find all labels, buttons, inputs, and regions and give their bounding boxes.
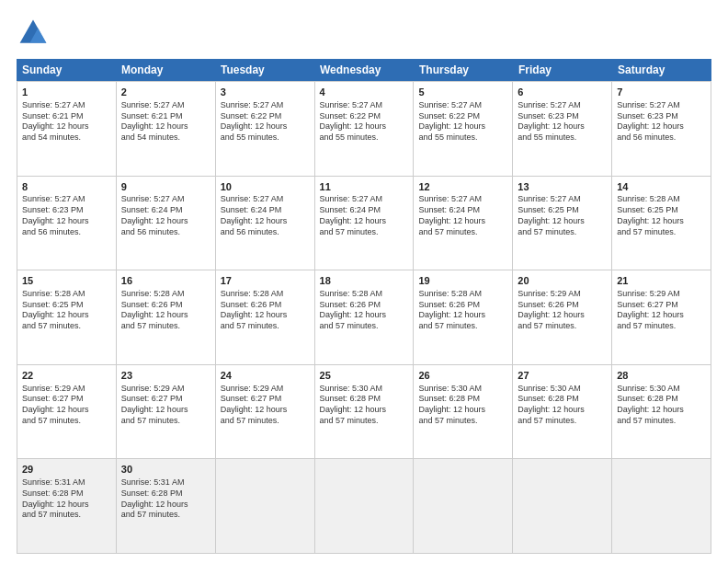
day-info: Sunrise: 5:27 AM Sunset: 6:23 PM Dayligh… xyxy=(22,194,111,237)
day-number: 2 xyxy=(121,86,210,99)
calendar-week-4: 22Sunrise: 5:29 AM Sunset: 6:27 PM Dayli… xyxy=(17,365,711,460)
day-number: 7 xyxy=(617,86,706,99)
weekday-header-thursday: Thursday xyxy=(414,59,513,81)
day-info: Sunrise: 5:27 AM Sunset: 6:22 PM Dayligh… xyxy=(418,100,507,144)
calendar-cell-14: 14Sunrise: 5:28 AM Sunset: 6:25 PM Dayli… xyxy=(612,177,711,270)
weekday-header-saturday: Saturday xyxy=(612,59,711,81)
day-number: 1 xyxy=(22,86,111,99)
day-number: 6 xyxy=(518,86,607,99)
day-number: 15 xyxy=(22,274,111,288)
day-info: Sunrise: 5:29 AM Sunset: 6:27 PM Dayligh… xyxy=(221,384,310,427)
calendar-cell-18: 18Sunrise: 5:28 AM Sunset: 6:26 PM Dayli… xyxy=(315,270,415,364)
day-number: 29 xyxy=(22,463,111,477)
day-info: Sunrise: 5:28 AM Sunset: 6:25 PM Dayligh… xyxy=(22,289,111,332)
day-info: Sunrise: 5:27 AM Sunset: 6:24 PM Dayligh… xyxy=(121,194,210,237)
day-info: Sunrise: 5:27 AM Sunset: 6:21 PM Dayligh… xyxy=(22,100,111,144)
weekday-header-monday: Monday xyxy=(116,59,215,81)
day-number: 4 xyxy=(320,86,409,99)
calendar-cell-empty xyxy=(414,459,513,553)
day-number: 19 xyxy=(418,274,507,288)
day-number: 18 xyxy=(320,274,409,288)
day-info: Sunrise: 5:27 AM Sunset: 6:23 PM Dayligh… xyxy=(617,100,706,144)
day-info: Sunrise: 5:29 AM Sunset: 6:27 PM Dayligh… xyxy=(22,384,111,427)
day-number: 17 xyxy=(221,274,310,288)
day-number: 13 xyxy=(518,180,607,194)
calendar: SundayMondayTuesdayWednesdayThursdayFrid… xyxy=(17,59,711,554)
day-info: Sunrise: 5:28 AM Sunset: 6:26 PM Dayligh… xyxy=(320,289,409,332)
calendar-week-3: 15Sunrise: 5:28 AM Sunset: 6:25 PM Dayli… xyxy=(17,270,711,365)
calendar-cell-23: 23Sunrise: 5:29 AM Sunset: 6:27 PM Dayli… xyxy=(117,365,216,459)
calendar-cell-17: 17Sunrise: 5:28 AM Sunset: 6:26 PM Dayli… xyxy=(216,270,315,364)
day-info: Sunrise: 5:27 AM Sunset: 6:24 PM Dayligh… xyxy=(221,194,310,237)
day-number: 14 xyxy=(617,180,706,194)
day-number: 9 xyxy=(121,180,210,194)
calendar-cell-3: 3Sunrise: 5:27 AM Sunset: 6:22 PM Daylig… xyxy=(216,82,315,176)
weekday-header-tuesday: Tuesday xyxy=(215,59,314,81)
calendar-cell-empty xyxy=(315,459,415,553)
calendar-cell-28: 28Sunrise: 5:30 AM Sunset: 6:28 PM Dayli… xyxy=(612,365,711,459)
day-number: 10 xyxy=(221,180,310,194)
weekday-header-friday: Friday xyxy=(513,59,612,81)
day-number: 30 xyxy=(121,463,210,477)
weekday-header-sunday: Sunday xyxy=(17,59,116,81)
calendar-cell-13: 13Sunrise: 5:27 AM Sunset: 6:25 PM Dayli… xyxy=(513,177,612,270)
calendar-cell-1: 1Sunrise: 5:27 AM Sunset: 6:21 PM Daylig… xyxy=(17,82,117,176)
calendar-cell-empty xyxy=(612,459,711,553)
day-number: 24 xyxy=(221,369,310,383)
calendar-cell-10: 10Sunrise: 5:27 AM Sunset: 6:24 PM Dayli… xyxy=(216,177,315,270)
calendar-cell-26: 26Sunrise: 5:30 AM Sunset: 6:28 PM Dayli… xyxy=(414,365,513,459)
calendar-cell-22: 22Sunrise: 5:29 AM Sunset: 6:27 PM Dayli… xyxy=(17,365,117,459)
calendar-cell-9: 9Sunrise: 5:27 AM Sunset: 6:24 PM Daylig… xyxy=(117,177,216,270)
day-info: Sunrise: 5:31 AM Sunset: 6:28 PM Dayligh… xyxy=(121,477,210,521)
day-number: 27 xyxy=(518,369,607,383)
calendar-cell-7: 7Sunrise: 5:27 AM Sunset: 6:23 PM Daylig… xyxy=(612,82,711,176)
day-info: Sunrise: 5:31 AM Sunset: 6:28 PM Dayligh… xyxy=(22,477,111,521)
calendar-cell-empty xyxy=(513,459,612,553)
day-info: Sunrise: 5:29 AM Sunset: 6:27 PM Dayligh… xyxy=(121,384,210,427)
header xyxy=(17,17,711,50)
logo-icon xyxy=(17,17,50,50)
day-info: Sunrise: 5:29 AM Sunset: 6:26 PM Dayligh… xyxy=(518,289,607,332)
calendar-cell-27: 27Sunrise: 5:30 AM Sunset: 6:28 PM Dayli… xyxy=(513,365,612,459)
day-info: Sunrise: 5:27 AM Sunset: 6:24 PM Dayligh… xyxy=(320,194,409,237)
logo xyxy=(17,17,53,50)
calendar-cell-2: 2Sunrise: 5:27 AM Sunset: 6:21 PM Daylig… xyxy=(117,82,216,176)
calendar-cell-21: 21Sunrise: 5:29 AM Sunset: 6:27 PM Dayli… xyxy=(612,270,711,364)
day-number: 25 xyxy=(320,369,409,383)
day-number: 16 xyxy=(121,274,210,288)
calendar-week-5: 29Sunrise: 5:31 AM Sunset: 6:28 PM Dayli… xyxy=(17,459,711,554)
calendar-cell-6: 6Sunrise: 5:27 AM Sunset: 6:23 PM Daylig… xyxy=(513,82,612,176)
day-info: Sunrise: 5:27 AM Sunset: 6:25 PM Dayligh… xyxy=(518,194,607,237)
calendar-cell-19: 19Sunrise: 5:28 AM Sunset: 6:26 PM Dayli… xyxy=(414,270,513,364)
day-info: Sunrise: 5:30 AM Sunset: 6:28 PM Dayligh… xyxy=(320,384,409,427)
day-number: 21 xyxy=(617,274,706,288)
calendar-cell-20: 20Sunrise: 5:29 AM Sunset: 6:26 PM Dayli… xyxy=(513,270,612,364)
day-info: Sunrise: 5:30 AM Sunset: 6:28 PM Dayligh… xyxy=(518,384,607,427)
calendar-body: 1Sunrise: 5:27 AM Sunset: 6:21 PM Daylig… xyxy=(17,81,711,554)
calendar-cell-30: 30Sunrise: 5:31 AM Sunset: 6:28 PM Dayli… xyxy=(117,459,216,553)
calendar-cell-12: 12Sunrise: 5:27 AM Sunset: 6:24 PM Dayli… xyxy=(414,177,513,270)
calendar-cell-29: 29Sunrise: 5:31 AM Sunset: 6:28 PM Dayli… xyxy=(17,459,117,553)
weekday-header-wednesday: Wednesday xyxy=(314,59,414,81)
day-info: Sunrise: 5:30 AM Sunset: 6:28 PM Dayligh… xyxy=(418,384,507,427)
day-number: 23 xyxy=(121,369,210,383)
day-number: 26 xyxy=(418,369,507,383)
calendar-cell-24: 24Sunrise: 5:29 AM Sunset: 6:27 PM Dayli… xyxy=(216,365,315,459)
day-info: Sunrise: 5:27 AM Sunset: 6:22 PM Dayligh… xyxy=(320,100,409,144)
day-info: Sunrise: 5:28 AM Sunset: 6:25 PM Dayligh… xyxy=(617,194,706,237)
day-number: 3 xyxy=(221,86,310,99)
day-number: 11 xyxy=(320,180,409,194)
day-number: 22 xyxy=(22,369,111,383)
day-info: Sunrise: 5:27 AM Sunset: 6:24 PM Dayligh… xyxy=(418,194,507,237)
calendar-week-1: 1Sunrise: 5:27 AM Sunset: 6:21 PM Daylig… xyxy=(17,82,711,177)
day-info: Sunrise: 5:29 AM Sunset: 6:27 PM Dayligh… xyxy=(617,289,706,332)
day-info: Sunrise: 5:27 AM Sunset: 6:23 PM Dayligh… xyxy=(518,100,607,144)
calendar-cell-16: 16Sunrise: 5:28 AM Sunset: 6:26 PM Dayli… xyxy=(117,270,216,364)
calendar-week-2: 8Sunrise: 5:27 AM Sunset: 6:23 PM Daylig… xyxy=(17,177,711,271)
calendar-cell-8: 8Sunrise: 5:27 AM Sunset: 6:23 PM Daylig… xyxy=(17,177,117,270)
day-info: Sunrise: 5:27 AM Sunset: 6:22 PM Dayligh… xyxy=(221,100,310,144)
calendar-cell-25: 25Sunrise: 5:30 AM Sunset: 6:28 PM Dayli… xyxy=(315,365,415,459)
day-number: 8 xyxy=(22,180,111,194)
day-info: Sunrise: 5:27 AM Sunset: 6:21 PM Dayligh… xyxy=(121,100,210,144)
day-info: Sunrise: 5:28 AM Sunset: 6:26 PM Dayligh… xyxy=(221,289,310,332)
